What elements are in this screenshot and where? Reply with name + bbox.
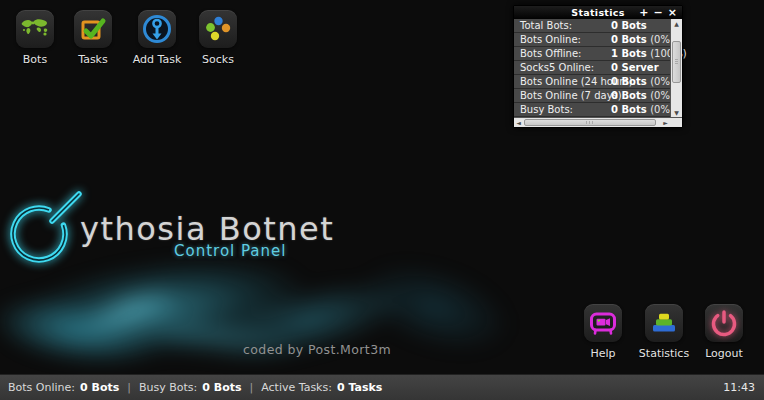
arrow-down-key-icon (138, 10, 176, 48)
statistics-panel: Statistics + − × Total Bots: 0 Bots Bots… (513, 5, 683, 128)
stat-value: 0 Bots (0%) (611, 89, 674, 102)
panel-add-button[interactable]: + (639, 7, 648, 18)
statistics-button[interactable]: Statistics (634, 304, 694, 360)
help-label: Help (590, 347, 615, 360)
world-map-icon (16, 10, 54, 48)
stat-label: Socks5 Online: (520, 61, 594, 74)
status-bar-stats: Bots Online: 0 Bots | Busy Bots: 0 Bots … (8, 381, 382, 394)
stat-row-socks5-online: Socks5 Online: 0 Server (514, 61, 670, 75)
stat-row-bots-online: Bots Online: 0 Bots (0%) (514, 33, 670, 47)
logo-subtitle: Control Panel (174, 242, 286, 260)
socks-label: Socks (202, 53, 234, 66)
logout-button[interactable]: Logout (694, 304, 754, 360)
scroll-left-icon[interactable]: ◄ (514, 118, 523, 127)
scroll-down-icon[interactable]: ▼ (671, 108, 682, 117)
power-icon (705, 304, 743, 342)
stat-value: 0 Bots (0%) (611, 33, 674, 46)
status-bots-online-label: Bots Online: (8, 381, 75, 394)
status-active-tasks-value: 0 Tasks (337, 381, 382, 394)
stat-label: Busy Bots: (520, 103, 573, 116)
stat-value: 0 Server (611, 61, 659, 74)
stat-label: Total Bots: (520, 19, 572, 32)
statistics-label: Statistics (639, 347, 689, 360)
tasks-label: Tasks (78, 53, 107, 66)
chat-tv-icon (584, 304, 622, 342)
statistics-list: Total Bots: 0 Bots Bots Online: 0 Bots (… (514, 19, 682, 117)
credit-text: coded by Post.Mort3m (243, 342, 391, 357)
logout-label: Logout (705, 347, 743, 360)
statistics-panel-title: Statistics (571, 7, 624, 18)
status-busy-bots-label: Busy Bots: (139, 381, 197, 394)
statistics-panel-titlebar[interactable]: Statistics + − × (514, 6, 682, 19)
add-task-label: Add Task (133, 53, 182, 66)
panel-close-button[interactable]: × (668, 7, 677, 18)
stat-value: 0 Bots (0%) (611, 103, 674, 116)
horizontal-scrollbar[interactable]: ◄ ► (514, 117, 682, 127)
stat-value: 0 Bots (0%) (611, 75, 674, 88)
horizontal-scrollbar-thumb[interactable] (524, 119, 656, 126)
stat-row-busy-bots: Busy Bots: 0 Bots (0%) (514, 103, 670, 117)
bots-label: Bots (23, 53, 47, 66)
status-busy-bots-value: 0 Bots (202, 381, 241, 394)
status-separator: | (127, 381, 131, 394)
stat-label: Bots Online: (520, 33, 581, 46)
stat-label: Bots Online (7 days): (520, 89, 625, 102)
help-button[interactable]: Help (573, 304, 633, 360)
stat-row-total-bots: Total Bots: 0 Bots (514, 19, 670, 33)
desktop: Bots Tasks Add Task (0, 0, 764, 400)
smoke-effect (0, 240, 600, 380)
status-bar: Bots Online: 0 Bots | Busy Bots: 0 Bots … (0, 374, 764, 400)
vertical-scrollbar-thumb[interactable] (672, 41, 681, 83)
power-c-logo-icon (8, 190, 88, 268)
checkbox-icon (74, 10, 112, 48)
tasks-button[interactable]: Tasks (63, 10, 123, 66)
add-task-button[interactable]: Add Task (127, 10, 187, 66)
status-bots-online-value: 0 Bots (80, 381, 119, 394)
stat-row-bots-online-7d: Bots Online (7 days): 0 Bots (0%) (514, 89, 670, 103)
clock: 11:43 (723, 381, 755, 394)
stat-label: Bots Offline: (520, 47, 581, 60)
scroll-up-icon[interactable]: ▲ (671, 19, 682, 28)
colored-dots-icon (199, 10, 237, 48)
stacked-layers-icon (645, 304, 683, 342)
scroll-right-icon[interactable]: ► (661, 118, 670, 127)
vertical-scrollbar[interactable]: ▲ ▼ (670, 19, 682, 117)
bots-button[interactable]: Bots (5, 10, 65, 66)
stat-row-bots-offline: Bots Offline: 1 Bots (100%) (514, 47, 670, 61)
panel-minimize-button[interactable]: − (654, 7, 663, 18)
status-separator: | (250, 381, 254, 394)
status-active-tasks-label: Active Tasks: (261, 381, 332, 394)
stat-value: 0 Bots (611, 19, 647, 32)
socks-button[interactable]: Socks (188, 10, 248, 66)
stat-row-bots-online-24h: Bots Online (24 hours): 0 Bots (0%) (514, 75, 670, 89)
